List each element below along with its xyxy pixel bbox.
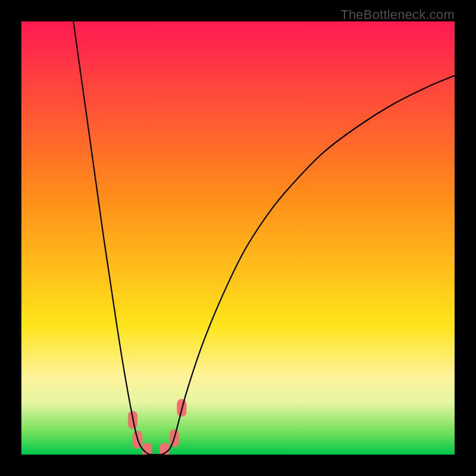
chart-plot-area <box>21 21 455 455</box>
chart-frame: TheBottleneck.com <box>0 0 476 476</box>
chart-background <box>21 21 455 455</box>
chart-svg <box>21 21 455 455</box>
attribution-label: TheBottleneck.com <box>340 7 455 23</box>
